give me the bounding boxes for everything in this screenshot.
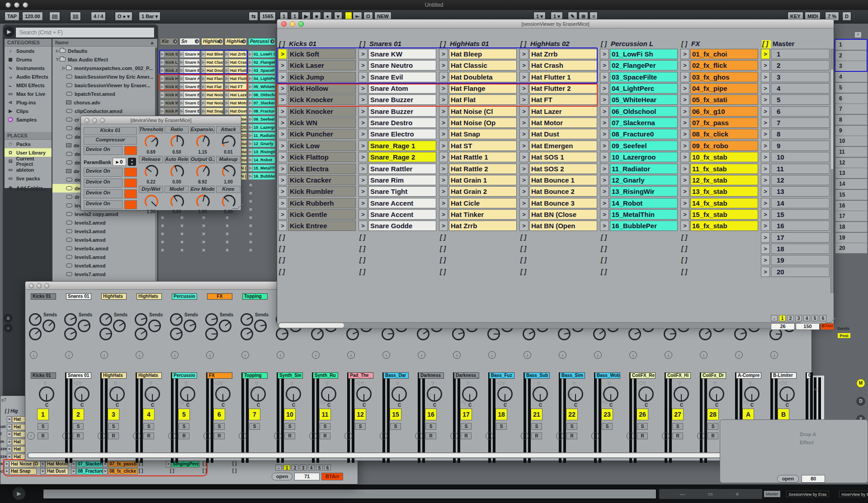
empty-clip-slot[interactable]	[226, 240, 229, 244]
clip-play-icon[interactable]: ▷	[202, 108, 206, 114]
clip-cell[interactable]: 12_fx_stab	[690, 175, 758, 185]
page-button[interactable]: 4	[308, 465, 315, 470]
clip-cell[interactable]: Hat Grain 2	[449, 186, 517, 197]
add-folder-button[interactable]: ⊕ Add Folder...	[5, 183, 52, 192]
empty-clip-slot[interactable]	[249, 224, 252, 227]
empty-scene-bracket[interactable]: [ ]	[279, 234, 288, 242]
clip-cell[interactable]: 06_fx_g10	[690, 106, 758, 117]
close-icon[interactable]	[5, 2, 11, 8]
empty-clip-slot[interactable]	[180, 240, 184, 244]
empty-clip-slot[interactable]	[202, 249, 205, 252]
clip-launch-button[interactable]: >	[439, 141, 448, 151]
mixer-strip-chip[interactable]: A-Compre	[736, 372, 761, 379]
clip-launch-button[interactable]: >	[680, 83, 689, 94]
monitor-arrow-icon[interactable]: ↑	[697, 432, 705, 440]
knob[interactable]	[321, 386, 336, 402]
empty-scene-bracket[interactable]: [ ]	[279, 268, 288, 276]
empty-clip-slot[interactable]	[180, 232, 184, 235]
clip-cell[interactable]: Hat ST	[449, 141, 517, 151]
arm-button[interactable]: R	[531, 432, 542, 439]
monitor-arrow-icon[interactable]: ↑	[627, 432, 634, 440]
bg-clip-slot[interactable]: ▷Hat Noise (Op	[201, 99, 223, 107]
knob[interactable]	[205, 313, 218, 326]
minimize-icon[interactable]	[37, 283, 42, 288]
arm-button[interactable]: R	[214, 432, 225, 439]
clip-launch-button[interactable]: >	[278, 175, 287, 185]
clip-play-icon[interactable]: ▷	[249, 60, 253, 65]
track-number-chip[interactable]: 1	[37, 409, 49, 420]
cue-toggle[interactable]: O ● ▾	[115, 12, 132, 21]
empty-scene-bracket[interactable]: [ ]	[359, 234, 368, 242]
bg-scene-slot[interactable]: 19	[835, 233, 867, 243]
scene-cell[interactable]: 3	[771, 72, 830, 82]
clip-launch-button[interactable]: >	[680, 175, 689, 185]
sv-scrollbar[interactable]	[830, 49, 834, 293]
scene-cell[interactable]: 7	[771, 118, 830, 128]
empty-clip-slot[interactable]	[249, 216, 252, 219]
empty-clip-slot[interactable]	[226, 232, 229, 235]
scene-cell[interactable]: 6	[771, 106, 830, 117]
param-bank-stepper[interactable]: ▲▼	[128, 158, 136, 166]
clip-launch-button[interactable]: >	[600, 83, 609, 94]
monitor-arrow-icon[interactable]: ↑	[344, 432, 352, 440]
fold-arrow-icon[interactable]: ↓	[100, 351, 108, 359]
knob[interactable]	[250, 386, 266, 402]
arm-button[interactable]: R	[73, 432, 84, 439]
clip-cell[interactable]: Snare Rattler	[368, 164, 436, 174]
track-number-chip[interactable]: 15	[390, 409, 401, 420]
clip-launch-button[interactable]: >	[600, 94, 609, 105]
clip-launch-button[interactable]: >	[680, 209, 689, 220]
file-row[interactable]: basicSessionViewer by Eraser...	[52, 81, 157, 89]
monitor-arrow-icon[interactable]: ↑	[309, 432, 317, 440]
knob[interactable]	[184, 320, 196, 332]
browser-preview-icon[interactable]: ▶	[4, 26, 14, 37]
mixer-track-chip[interactable]: Topping	[242, 293, 268, 300]
clip-cell[interactable]: 08_Fracture0	[610, 129, 678, 139]
clip-play-icon[interactable]: ▷	[249, 165, 253, 171]
track-number-chip[interactable]: 11	[319, 409, 331, 420]
solo-button[interactable]: S	[496, 423, 507, 430]
knob[interactable]	[145, 195, 158, 208]
clip-launch-button[interactable]: >	[680, 186, 689, 197]
status-play-icon[interactable]: ▶	[13, 487, 25, 500]
sidebar-item-ableton[interactable]: ▭ableton	[5, 165, 52, 174]
empty-clip-slot[interactable]	[249, 232, 252, 235]
file-row[interactable]: bpatchTest.amxd	[52, 89, 157, 98]
empty-clip-slot[interactable]	[249, 192, 252, 195]
clip-launch-button[interactable]: >	[278, 198, 287, 208]
empty-clip-slot[interactable]	[180, 249, 184, 252]
sv-right-field[interactable]: 150	[796, 323, 820, 330]
open-button[interactable]: open	[272, 473, 292, 480]
track-number-chip[interactable]: 23	[601, 409, 613, 420]
solo-button[interactable]: S	[249, 423, 260, 430]
clip-cell[interactable]: Hat Noise (Op	[449, 118, 517, 128]
solo-button[interactable]: S	[320, 423, 330, 430]
mixer-strip-chip[interactable]: Bass_Fuz	[489, 372, 514, 379]
window-list-chip[interactable]: Master	[764, 491, 780, 497]
solo-button[interactable]: S	[73, 423, 84, 430]
clip-launch-button[interactable]: >	[519, 152, 528, 162]
solo-button[interactable]: S	[108, 423, 119, 430]
monitor-arrow-icon[interactable]: ↑	[168, 432, 176, 440]
clip-cell[interactable]: 05_fx_stati	[690, 94, 758, 105]
knob[interactable]	[64, 313, 77, 326]
fold-arrow-icon[interactable]: ↓	[665, 351, 672, 359]
quantization-menu[interactable]: 1 Bar ▾	[139, 12, 160, 21]
knob[interactable]	[462, 386, 477, 402]
mixer-strip-chip[interactable]: Darkness	[419, 372, 444, 379]
fold-arrow-icon[interactable]: ↓	[629, 351, 637, 359]
follow-icon[interactable]: ⇆	[249, 12, 258, 21]
page-button[interactable]: 1	[283, 465, 290, 470]
bg-scene-slot[interactable]: 11	[835, 147, 867, 157]
device-on-button[interactable]	[124, 200, 137, 209]
clip-cell[interactable]: Hat BN (Open	[529, 221, 597, 231]
fold-arrow-icon[interactable]: ↓	[559, 351, 566, 359]
clip-launch-button[interactable]: >	[680, 221, 689, 231]
mixer-track-chip[interactable]: Kicks 01	[31, 293, 56, 300]
scene-launch-button[interactable]: >	[761, 186, 770, 197]
clip-launch-button[interactable]: >	[680, 164, 689, 174]
knob[interactable]	[135, 313, 147, 326]
knob[interactable]	[568, 386, 583, 402]
knob[interactable]	[744, 386, 760, 402]
track-number-chip[interactable]: A	[742, 409, 754, 420]
